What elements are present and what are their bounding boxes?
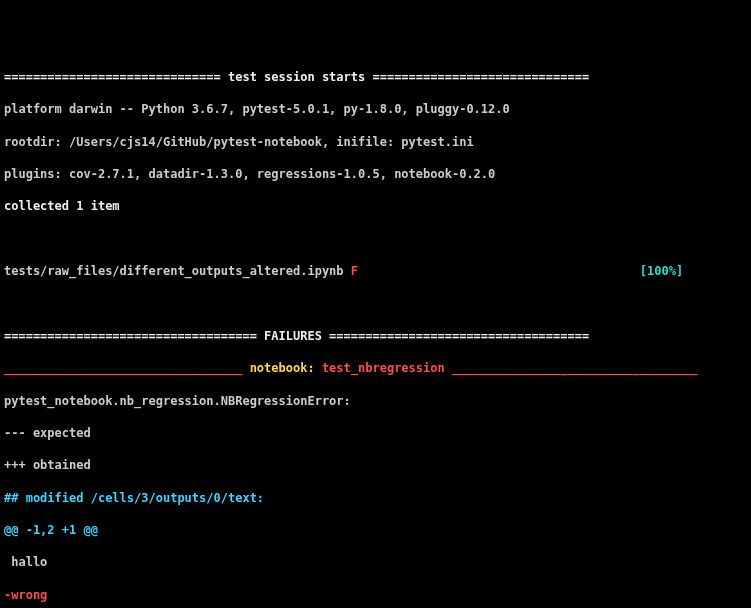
failures-header: =================================== FAIL… — [4, 328, 747, 344]
diff-context: hallo — [4, 554, 747, 570]
collected-line: collected 1 item — [4, 198, 747, 214]
underscore-right: __________________________________ — [445, 361, 698, 375]
diff-section-header: ## modified /cells/3/outputs/0/text: — [4, 490, 747, 506]
notebook-name: test_nbregression — [322, 361, 445, 375]
blank — [4, 231, 747, 247]
test-run-line: tests/raw_files/different_outputs_altere… — [4, 263, 747, 279]
spacer — [358, 264, 640, 278]
session-header: ============================== test sess… — [4, 69, 747, 85]
plugins-line: plugins: cov-2.7.1, datadir-1.3.0, regre… — [4, 166, 747, 182]
error-class: pytest_notebook.nb_regression.NBRegressi… — [4, 393, 747, 409]
blank — [4, 295, 747, 311]
underscore-left: _________________________________ — [4, 361, 250, 375]
diff-removed: -wrong — [4, 587, 747, 603]
notebook-line: _________________________________ notebo… — [4, 360, 747, 376]
diff-hunk: @@ -1,2 +1 @@ — [4, 522, 747, 538]
test-result-fail: F — [351, 264, 358, 278]
platform-line: platform darwin -- Python 3.6.7, pytest-… — [4, 101, 747, 117]
diff-obtained: +++ obtained — [4, 457, 747, 473]
test-path: tests/raw_files/different_outputs_altere… — [4, 264, 351, 278]
diff-expected: --- expected — [4, 425, 747, 441]
rootdir-line: rootdir: /Users/cjs14/GitHub/pytest-note… — [4, 134, 747, 150]
progress-percent: [100%] — [640, 264, 683, 278]
notebook-label: notebook: — [250, 361, 322, 375]
